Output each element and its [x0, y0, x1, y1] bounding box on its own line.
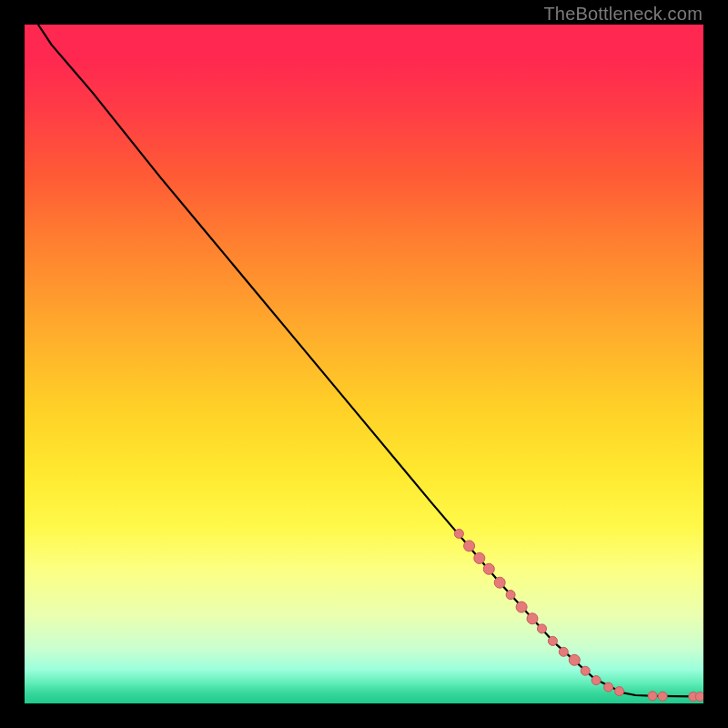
- data-marker: [569, 654, 580, 665]
- chart-overlay: [25, 25, 703, 703]
- data-marker: [648, 692, 657, 701]
- data-marker: [592, 676, 601, 685]
- attribution-text: TheBottleneck.com: [543, 4, 703, 25]
- data-marker: [494, 577, 505, 588]
- data-marker: [454, 530, 463, 539]
- marker-group: [454, 530, 703, 702]
- data-marker: [695, 693, 703, 702]
- data-marker: [527, 613, 538, 624]
- plot-area: [25, 25, 703, 703]
- data-marker: [581, 666, 590, 675]
- data-marker: [474, 552, 485, 563]
- data-marker: [615, 687, 624, 696]
- data-marker: [658, 692, 667, 701]
- data-marker: [559, 647, 568, 656]
- data-marker: [464, 541, 475, 551]
- data-marker: [483, 563, 494, 574]
- data-marker: [538, 624, 547, 633]
- curve-line: [38, 25, 700, 697]
- data-marker: [506, 591, 515, 600]
- data-marker: [548, 636, 557, 645]
- data-marker: [604, 682, 613, 692]
- chart-frame: TheBottleneck.com: [0, 0, 728, 728]
- data-marker: [516, 602, 527, 612]
